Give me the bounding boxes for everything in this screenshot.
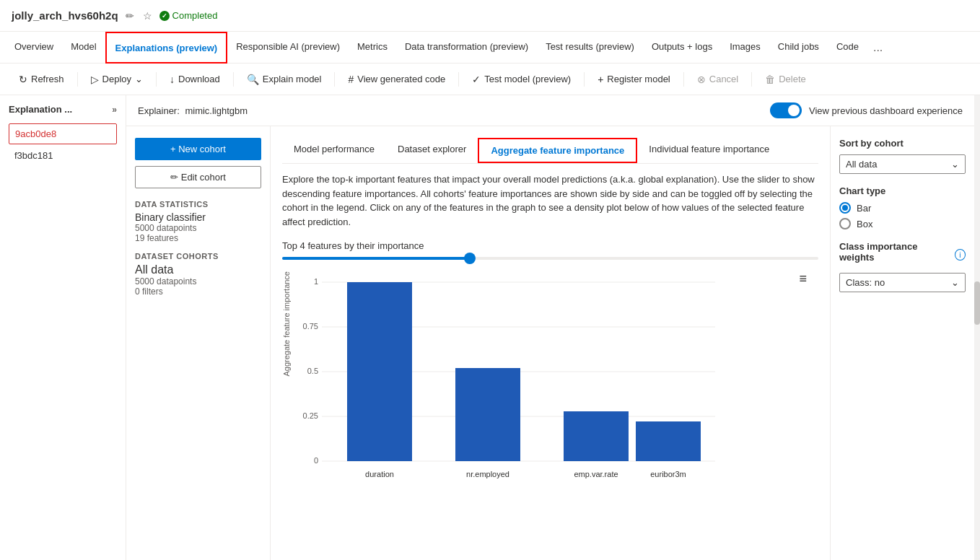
toolbar-sep-7: [683, 72, 684, 87]
tab-responsible-ai[interactable]: Responsible AI (preview): [227, 32, 349, 64]
tab-metrics[interactable]: Metrics: [349, 32, 396, 64]
cancel-button[interactable]: ⊗ Cancel: [690, 70, 745, 89]
app-header: jolly_arch_hvs60h2q ✏ ☆ Completed: [0, 0, 980, 32]
explain-icon: 🔍: [247, 74, 259, 85]
radio-box[interactable]: Box: [839, 218, 966, 229]
svg-text:0: 0: [314, 456, 318, 465]
expand-sidebar-icon[interactable]: »: [112, 105, 117, 115]
toggle-area: View previous dashboard experience: [770, 102, 963, 118]
refresh-icon: ↻: [19, 74, 27, 85]
chart-type-radio-group: Bar Box: [839, 202, 966, 229]
new-cohort-button[interactable]: + New cohort: [135, 138, 261, 160]
tab-child-jobs[interactable]: Child jobs: [769, 32, 828, 64]
refresh-button[interactable]: ↻ Refresh: [12, 70, 71, 89]
code-icon: #: [348, 74, 354, 85]
svg-text:0.5: 0.5: [307, 367, 318, 375]
chart-type-label: Chart type: [839, 185, 966, 196]
toolbar-sep-6: [584, 72, 585, 87]
svg-text:0.75: 0.75: [303, 322, 318, 331]
chart-menu-icon[interactable]: ≡: [799, 271, 807, 286]
tab-model-performance[interactable]: Model performance: [282, 138, 386, 163]
dashboard-toggle[interactable]: [770, 102, 802, 118]
class-importance-label-row: Class importance weights i: [839, 241, 966, 268]
svg-text:duration: duration: [365, 470, 394, 478]
sort-by-cohort-dropdown[interactable]: All data ⌄: [839, 154, 966, 174]
toolbar-sep-2: [156, 72, 157, 87]
tab-test-results[interactable]: Test results (preview): [537, 32, 643, 64]
status-badge: Completed: [159, 10, 218, 21]
register-model-button[interactable]: + Register model: [590, 70, 678, 89]
view-code-button[interactable]: # View generated code: [341, 70, 452, 89]
cohort-item-f3bdc181[interactable]: f3bdc181: [9, 146, 117, 165]
scrollbar[interactable]: [974, 95, 980, 560]
toolbar-sep-1: [77, 72, 78, 87]
tab-code[interactable]: Code: [828, 32, 867, 64]
more-tabs-button[interactable]: ...: [867, 41, 888, 54]
delete-button[interactable]: 🗑 Delete: [758, 70, 813, 89]
download-button[interactable]: ↓ Download: [162, 70, 227, 89]
sidebar-title: Explanation ... »: [9, 104, 117, 115]
deploy-button[interactable]: ▷ Deploy ⌄: [84, 70, 150, 89]
chart-panel: Model performance Dataset explorer Aggre…: [271, 126, 830, 560]
tab-overview[interactable]: Overview: [6, 32, 62, 64]
toolbar-sep-3: [233, 72, 234, 87]
scrollbar-thumb[interactable]: [974, 281, 980, 325]
class-importance-chevron-icon: ⌄: [951, 277, 959, 288]
svg-text:euribor3m: euribor3m: [650, 470, 686, 478]
radio-box-circle[interactable]: [839, 218, 851, 229]
status-dot: [159, 11, 170, 21]
right-panel: Sort by cohort All data ⌄ Chart type Bar…: [830, 126, 974, 560]
toolbar-sep-4: [334, 72, 335, 87]
tab-data-transformation[interactable]: Data transformation (preview): [396, 32, 537, 64]
register-icon: +: [598, 74, 603, 85]
explain-model-button[interactable]: 🔍 Explain model: [240, 70, 329, 89]
explanation-sidebar: Explanation ... » 9acb0de8 f3bdc181: [0, 95, 126, 560]
description-text: Explore the top-k important features tha…: [282, 172, 818, 229]
deploy-icon: ▷: [91, 74, 99, 85]
data-statistics-section: DATA STATISTICS Binary classifier 5000 d…: [135, 200, 261, 243]
tab-individual-feature-importance[interactable]: Individual feature importance: [637, 138, 781, 163]
svg-text:1: 1: [314, 277, 318, 286]
tab-aggregate-feature-importance[interactable]: Aggregate feature importance: [478, 138, 637, 163]
test-model-button[interactable]: ✓ Test model (preview): [465, 70, 578, 89]
svg-text:0.25: 0.25: [303, 411, 318, 420]
radio-bar-circle[interactable]: [839, 202, 851, 214]
tab-explanations[interactable]: Explanations (preview): [105, 32, 228, 64]
main-layout: Explanation ... » 9acb0de8 f3bdc181 Expl…: [0, 95, 980, 560]
tab-images[interactable]: Images: [721, 32, 769, 64]
y-axis-label: Aggregate feature importance: [282, 271, 291, 377]
slider-track[interactable]: [282, 257, 818, 260]
explainer-bar: Explainer: mimic.lightgbm View previous …: [126, 95, 974, 126]
toolbar-sep-8: [751, 72, 752, 87]
toolbar: ↻ Refresh ▷ Deploy ⌄ ↓ Download 🔍 Explai…: [0, 64, 980, 95]
chart-svg: 1 0.75 0.5 0.25 0: [297, 271, 744, 502]
radio-bar[interactable]: Bar: [839, 202, 966, 214]
edit-title-icon[interactable]: ✏: [126, 10, 134, 22]
nav-tabs: Overview Model Explanations (preview) Re…: [0, 32, 980, 64]
class-importance-info-icon[interactable]: i: [955, 249, 966, 261]
test-icon: ✓: [472, 74, 481, 85]
tab-outputs-logs[interactable]: Outputs + logs: [643, 32, 721, 64]
class-importance-label: Class importance weights: [839, 241, 950, 263]
tab-model[interactable]: Model: [62, 32, 105, 64]
class-importance-dropdown[interactable]: Class: no ⌄: [839, 273, 966, 292]
slider-thumb[interactable]: [464, 253, 476, 264]
chart-area: 1 0.75 0.5 0.25 0: [297, 271, 818, 504]
slider-container[interactable]: [282, 257, 818, 260]
favorite-icon[interactable]: ☆: [143, 10, 152, 22]
deploy-chevron-icon: ⌄: [135, 74, 143, 84]
edit-cohort-button[interactable]: ✏ Edit cohort: [135, 166, 261, 188]
bar-nr-employed[interactable]: [455, 368, 520, 461]
bar-duration[interactable]: [347, 282, 412, 461]
bar-emp-var-rate[interactable]: [564, 411, 629, 461]
content-area: Explainer: mimic.lightgbm View previous …: [126, 95, 974, 560]
bar-euribor3m[interactable]: [636, 421, 701, 461]
slider-fill: [282, 257, 470, 260]
chart-container: ≡ Aggregate feature importance 1 0.75 0.…: [282, 271, 818, 504]
tab-dataset-explorer[interactable]: Dataset explorer: [386, 138, 478, 163]
svg-text:emp.var.rate: emp.var.rate: [574, 470, 618, 478]
cancel-icon: ⊗: [697, 74, 706, 85]
dataset-cohorts-section: DATASET COHORTS All data 5000 datapoints…: [135, 252, 261, 297]
sort-by-cohort-label: Sort by cohort: [839, 138, 966, 149]
cohort-item-9acb0de8[interactable]: 9acb0de8: [9, 123, 117, 144]
